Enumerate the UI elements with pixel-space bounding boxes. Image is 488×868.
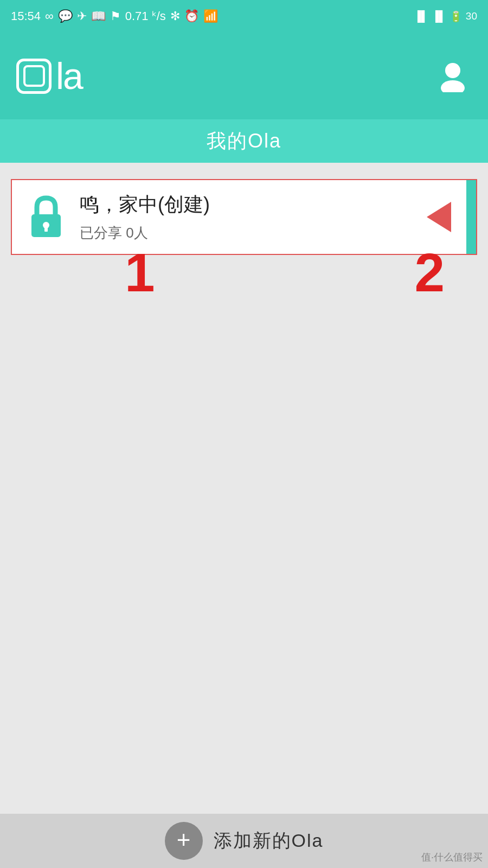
arrow-left-icon	[427, 202, 451, 232]
wifi-icon: 📶	[203, 9, 218, 23]
lock-name: 鸣，家中(创建)	[80, 192, 210, 218]
bottom-bar: + 添加新的Ola	[0, 814, 488, 868]
bluetooth-icon: ✻	[170, 9, 180, 23]
logo-icon	[16, 59, 52, 94]
book-icon: 📖	[91, 9, 106, 23]
flag-icon: ⚑	[110, 9, 121, 23]
page-title: 我的Ola	[207, 128, 281, 155]
annotation-1: 1	[125, 241, 155, 304]
app-header: la	[0, 33, 488, 119]
signal-bars2-icon: ▐▌	[432, 10, 446, 22]
status-left: 15:54 ∞ 💬 ✈ 📖 ⚑ 0.71 ᵏ/s ✻ ⏰ 📶	[11, 9, 218, 23]
alarm-icon: ⏰	[184, 9, 199, 23]
lock-icon	[27, 195, 65, 239]
lock-item-row: 鸣，家中(创建) 已分享 0人	[11, 179, 477, 255]
status-right: ▐▌ ▐▌ 🔋 30	[414, 10, 477, 23]
battery-icon: 🔋	[450, 10, 463, 23]
send-icon: ✈	[77, 9, 87, 23]
add-button[interactable]: +	[165, 822, 203, 860]
lock-item-card[interactable]: 鸣，家中(创建) 已分享 0人	[11, 179, 412, 255]
lock-icon-container	[25, 197, 66, 238]
signal-bars-icon: ▐▌	[414, 10, 428, 22]
lock-share-info: 已分享 0人	[80, 224, 210, 242]
logo-icon-inner	[23, 65, 45, 87]
profile-button[interactable]	[434, 57, 472, 95]
svg-rect-4	[44, 226, 48, 232]
status-bar: 15:54 ∞ 💬 ✈ 📖 ⚑ 0.71 ᵏ/s ✻ ⏰ 📶 ▐▌ ▐▌ 🔋 3…	[0, 0, 488, 33]
add-icon: +	[177, 828, 191, 852]
lock-info: 鸣，家中(创建) 已分享 0人	[80, 192, 210, 242]
watermark: 值·什么值得买	[421, 851, 483, 864]
page-title-bar: 我的Ola	[0, 119, 488, 163]
annotation-2: 2	[414, 241, 445, 304]
speed-display: 0.71 ᵏ/s	[125, 9, 166, 23]
profile-icon-svg	[436, 60, 469, 92]
logo-container: la	[16, 58, 82, 94]
svg-point-0	[445, 63, 460, 78]
add-new-label: 添加新的Ola	[214, 828, 324, 853]
infinity-icon: ∞	[45, 9, 54, 23]
teal-bar	[466, 180, 476, 254]
time-display: 15:54	[11, 9, 41, 23]
message-icon: 💬	[58, 9, 73, 23]
svg-point-1	[441, 80, 465, 92]
content-area: 鸣，家中(创建) 已分享 0人 1 2	[0, 163, 488, 271]
logo-text: la	[56, 58, 82, 94]
battery-level: 30	[466, 10, 477, 22]
